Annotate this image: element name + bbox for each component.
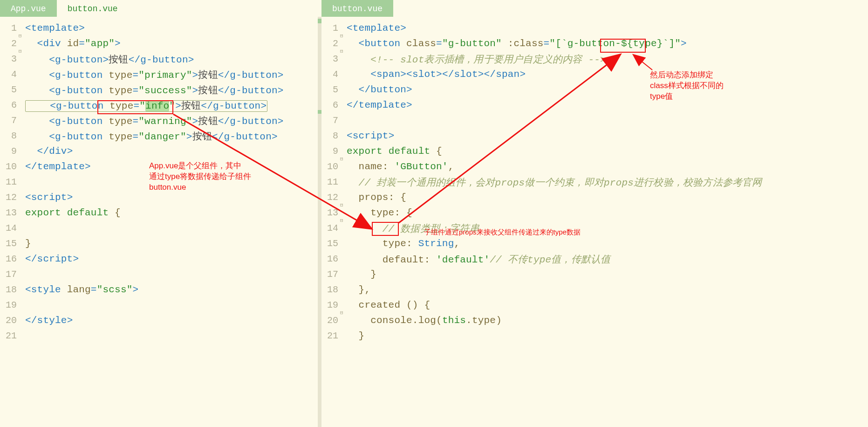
code-line[interactable]: 14 // 数据类型：字符串 (321, 220, 868, 236)
code-content[interactable]: <!-- slot表示插槽，用于要用户自定义的内容 --> (347, 53, 868, 66)
code-content[interactable]: created () { (347, 300, 868, 310)
code-content[interactable]: export default { (25, 207, 321, 218)
code-line[interactable]: 12<script> (0, 190, 321, 205)
code-line[interactable]: 6</template> (321, 97, 868, 113)
line-number: 7 (0, 115, 19, 126)
code-content[interactable]: type: String, (347, 238, 868, 249)
line-number: 20 (0, 315, 19, 326)
code-line[interactable]: 9export default { (321, 144, 868, 159)
code-line[interactable]: 2 <button class="g-button" :class="[`g-b… (321, 36, 868, 51)
editor-left[interactable]: 1<template>2 <div id="app">3 <g-button>按… (0, 17, 321, 427)
code-line[interactable]: 9 </div> (0, 144, 321, 159)
code-line[interactable]: 7 (321, 113, 868, 128)
code-line[interactable]: 10 name: 'GButton', (321, 159, 868, 174)
code-line[interactable]: 11 // 封装一个通用的组件，会对props做一个约束，即对props进行校验… (321, 174, 868, 190)
code-content[interactable]: <template> (25, 23, 321, 34)
code-line[interactable]: 5 </button> (321, 82, 868, 97)
code-line[interactable]: 8 <g-button type="danger">按钮</g-button> (0, 128, 321, 144)
code-line[interactable]: 1<template> (321, 21, 868, 36)
code-line[interactable]: 18<style lang="scss"> (0, 282, 321, 297)
scrollmap-left[interactable] (318, 17, 321, 427)
code-line[interactable]: 11 (0, 174, 321, 190)
line-number: 5 (0, 84, 19, 95)
code-line[interactable]: 16</script> (0, 251, 321, 267)
code-line[interactable]: 4 <span><slot></slot></span> (321, 67, 868, 82)
code-content[interactable]: // 数据类型：字符串 (347, 222, 868, 235)
code-line[interactable]: 3 <g-button>按钮</g-button> (0, 51, 321, 67)
code-content[interactable]: <g-button type="warning">按钮</g-button> (25, 114, 321, 127)
code-line[interactable]: 17 } (321, 267, 868, 282)
code-content[interactable]: <g-button type="info">按钮</g-button> (25, 99, 321, 112)
code-line[interactable]: 13 type: { (321, 205, 868, 220)
code-line[interactable]: 14 (0, 220, 321, 236)
code-line[interactable]: 17 (0, 267, 321, 282)
line-number: 6 (321, 100, 340, 110)
tabs-left: App.vue button.vue (0, 0, 321, 17)
code-line[interactable]: 12 props: { (321, 190, 868, 205)
tab-app-vue[interactable]: App.vue (0, 0, 57, 17)
code-content[interactable]: props: { (347, 192, 868, 203)
code-line[interactable]: 10</template> (0, 159, 321, 174)
tab-button-vue-right[interactable]: button.vue (321, 0, 393, 17)
code-content[interactable]: <span><slot></slot></span> (347, 69, 868, 80)
tab-button-vue-left[interactable]: button.vue (57, 0, 129, 17)
line-number: 18 (321, 284, 340, 295)
line-number: 12 (321, 192, 340, 203)
line-number: 11 (0, 177, 19, 187)
code-line[interactable]: 16 default: 'default'// 不传type值，传默认值 (321, 251, 868, 267)
code-line[interactable]: 3 <!-- slot表示插槽，用于要用户自定义的内容 --> (321, 51, 868, 67)
code-line[interactable]: 20</style> (0, 313, 321, 328)
code-content[interactable]: name: 'GButton', (347, 161, 868, 172)
line-number: 15 (321, 238, 340, 249)
code-content[interactable]: <button class="g-button" :class="[`g-but… (347, 38, 868, 49)
code-line[interactable]: 18 }, (321, 282, 868, 297)
code-line[interactable]: 4 <g-button type="primary">按钮</g-button> (0, 67, 321, 82)
code-content[interactable]: console.log(this.type) (347, 315, 868, 326)
code-content[interactable]: default: 'default'// 不传type值，传默认值 (347, 253, 868, 266)
line-number: 9 (0, 146, 19, 157)
code-line[interactable]: 15 type: String, (321, 236, 868, 251)
code-content[interactable]: <g-button type="danger">按钮</g-button> (25, 130, 321, 143)
line-number: 19 (0, 300, 19, 310)
code-content[interactable]: } (25, 238, 321, 249)
code-content[interactable]: <style lang="scss"> (25, 284, 321, 295)
code-line[interactable]: 7 <g-button type="warning">按钮</g-button> (0, 113, 321, 128)
code-content[interactable]: }, (347, 284, 868, 295)
code-content[interactable]: </button> (347, 84, 868, 95)
code-content[interactable]: type: { (347, 207, 868, 218)
code-content[interactable]: // 封装一个通用的组件，会对props做一个约束，即对props进行校验，校验… (347, 176, 868, 189)
code-content[interactable]: <g-button type="primary">按钮</g-button> (25, 68, 321, 81)
code-line[interactable]: 6 <g-button type="info">按钮</g-button> (0, 97, 321, 113)
line-number: 21 (321, 331, 340, 341)
code-line[interactable]: 5 <g-button type="success">按钮</g-button> (0, 82, 321, 97)
editor-right[interactable]: 1<template>2 <button class="g-button" :c… (321, 17, 868, 427)
code-content[interactable]: } (347, 269, 868, 280)
code-content[interactable]: </template> (25, 161, 321, 172)
line-number: 4 (0, 69, 19, 80)
code-line[interactable]: 2 <div id="app"> (0, 36, 321, 51)
code-line[interactable]: 21 (0, 328, 321, 344)
code-content[interactable]: <g-button>按钮</g-button> (25, 53, 321, 66)
code-content[interactable]: <div id="app"> (25, 38, 321, 49)
code-line[interactable]: 8<script> (321, 128, 868, 144)
code-content[interactable]: <script> (347, 131, 868, 141)
code-line[interactable]: 1<template> (0, 21, 321, 36)
code-content[interactable]: export default { (347, 146, 868, 157)
code-content[interactable]: </div> (25, 146, 321, 157)
code-content[interactable]: </script> (25, 254, 321, 264)
code-content[interactable]: <template> (347, 23, 868, 34)
code-line[interactable]: 19 (0, 297, 321, 313)
code-content[interactable]: <g-button type="success">按钮</g-button> (25, 83, 321, 96)
code-line[interactable]: 15} (0, 236, 321, 251)
code-line[interactable]: 13export default { (0, 205, 321, 220)
code-content[interactable]: } (347, 331, 868, 341)
code-content[interactable]: </style> (25, 315, 321, 326)
line-number: 10 (321, 161, 340, 172)
code-content[interactable]: </template> (347, 100, 868, 110)
line-number: 2 (0, 38, 19, 49)
line-number: 18 (0, 284, 19, 295)
code-content[interactable]: <script> (25, 192, 321, 203)
code-line[interactable]: 20 console.log(this.type) (321, 313, 868, 328)
code-line[interactable]: 19 created () { (321, 297, 868, 313)
code-line[interactable]: 21 } (321, 328, 868, 344)
